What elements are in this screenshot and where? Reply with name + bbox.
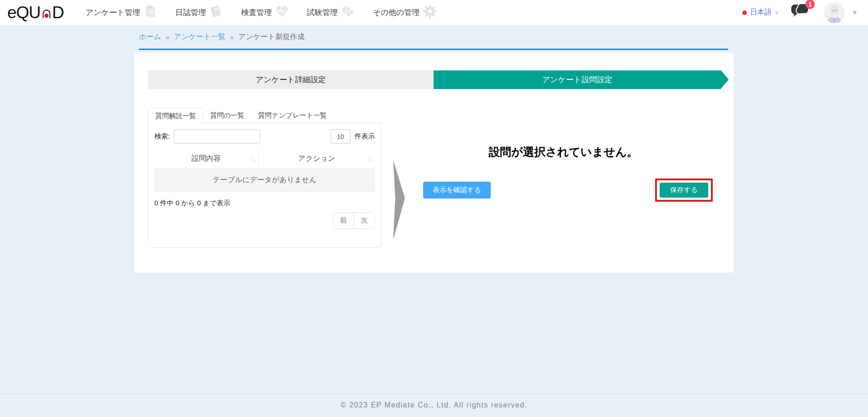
breadcrumb: ホーム » アンケート一覧 » アンケート新規作成 bbox=[139, 32, 304, 42]
notification-badge: 1 bbox=[805, 0, 815, 9]
chat-bubbles-icon bbox=[790, 14, 809, 21]
sort-icon[interactable]: ↑↓ bbox=[251, 155, 254, 162]
tab-question-explanations[interactable]: 質問解説一覧 bbox=[148, 108, 203, 125]
nav-item-survey-management[interactable]: アンケート管理 bbox=[85, 5, 157, 20]
flow-arrow bbox=[393, 160, 405, 240]
nav-label: アンケート管理 bbox=[85, 7, 140, 18]
question-source-tabs: 質問解説一覧 質問の一覧 質問テンプレート一覧 bbox=[148, 108, 334, 124]
heart-pulse-icon bbox=[275, 5, 289, 20]
search-input[interactable] bbox=[174, 129, 260, 144]
nav-label: 検査管理 bbox=[241, 7, 272, 18]
footer: © 2023 EP Mediate Co., Ltd. All rights r… bbox=[0, 394, 868, 417]
search-label: 検索: bbox=[154, 132, 170, 141]
step-tabs: アンケート詳細設定 アンケート設問設定 bbox=[148, 70, 721, 89]
survey-create-card: アンケート詳細設定 アンケート設問設定 質問解説一覧 質問の一覧 質問テンプレー… bbox=[134, 53, 734, 273]
pagination: 前 次 bbox=[154, 212, 375, 229]
pagination-next-button[interactable]: 次 bbox=[354, 213, 375, 228]
save-button[interactable]: 保存する bbox=[660, 183, 708, 198]
page-length-label: 件表示 bbox=[355, 132, 375, 141]
breadcrumb-link-survey-list[interactable]: アンケート一覧 bbox=[174, 32, 226, 42]
gear-icon bbox=[423, 4, 437, 21]
step-tab-survey-questions[interactable]: アンケート設問設定 bbox=[434, 70, 721, 89]
page-length-input[interactable] bbox=[330, 129, 350, 144]
step-tab-survey-detail[interactable]: アンケート詳細設定 bbox=[148, 70, 434, 89]
clipboard-icon bbox=[143, 5, 157, 20]
top-navigation-bar: eQU∩D アンケート管理 日誌管理 検査管理 試験管理 bbox=[0, 0, 868, 25]
column-header-question-content[interactable]: 設問内容 ↑↓ bbox=[154, 149, 258, 169]
japan-flag-icon bbox=[742, 10, 747, 15]
no-question-message: 設問が選択されていません。 bbox=[427, 144, 700, 159]
tab-question-templates[interactable]: 質問テンプレート一覧 bbox=[251, 108, 334, 124]
user-avatar[interactable] bbox=[824, 2, 845, 23]
nav-item-inspection-management[interactable]: 検査管理 bbox=[241, 5, 289, 20]
breadcrumb-bar: ホーム » アンケート一覧 » アンケート新規作成 bbox=[0, 25, 868, 53]
language-label: 日本語 bbox=[750, 8, 772, 17]
preview-button[interactable]: 表示を確認する bbox=[423, 182, 491, 199]
equad-logo[interactable]: eQU∩D bbox=[7, 4, 64, 21]
nav-label: 日誌管理 bbox=[175, 7, 206, 18]
breadcrumb-link-home[interactable]: ホーム bbox=[139, 32, 161, 42]
main-nav: アンケート管理 日誌管理 検査管理 試験管理 その他の管理 bbox=[85, 4, 437, 21]
table-empty-message: テーブルにデータがありません bbox=[154, 169, 375, 192]
notifications-button[interactable]: 1 bbox=[790, 3, 809, 22]
save-button-highlight: 保存する bbox=[655, 179, 713, 202]
table-row: テーブルにデータがありません bbox=[154, 169, 375, 192]
sort-icon[interactable]: ↑↓ bbox=[368, 155, 371, 162]
language-selector[interactable]: 日本語 ∨ bbox=[742, 8, 779, 17]
question-list-panel: 検索: 件表示 設問内容 ↑↓ アクション ↑↓ bbox=[148, 123, 381, 248]
breadcrumb-separator: » bbox=[230, 33, 234, 41]
chevron-down-icon: ∨ bbox=[775, 10, 779, 15]
tab-question-list[interactable]: 質問の一覧 bbox=[203, 108, 251, 124]
pills-icon bbox=[341, 5, 355, 20]
logo-text: eQU bbox=[7, 4, 40, 21]
nav-item-diary-management[interactable]: 日誌管理 bbox=[175, 5, 223, 20]
nav-item-other-management[interactable]: その他の管理 bbox=[373, 4, 437, 21]
copyright-text: © 2023 EP Mediate Co., Ltd. All rights r… bbox=[0, 401, 868, 409]
user-menu-caret-icon[interactable]: ▼ bbox=[851, 9, 858, 16]
book-icon bbox=[209, 5, 223, 20]
table-info: 0 件中 0 から 0 まで表示 bbox=[154, 199, 375, 208]
breadcrumb-separator: » bbox=[166, 33, 169, 41]
breadcrumb-current: アンケート新規作成 bbox=[238, 32, 305, 42]
column-header-action[interactable]: アクション ↑↓ bbox=[258, 149, 375, 169]
nav-label: その他の管理 bbox=[373, 7, 419, 18]
step-arrow-tip bbox=[721, 70, 729, 89]
questions-table: 設問内容 ↑↓ アクション ↑↓ テーブルにデータがありません bbox=[154, 149, 375, 192]
nav-item-trial-management[interactable]: 試験管理 bbox=[307, 5, 355, 20]
breadcrumb-underline bbox=[139, 49, 728, 50]
pagination-prev-button[interactable]: 前 bbox=[333, 213, 354, 228]
nav-label: 試験管理 bbox=[307, 7, 338, 18]
header-right: 日本語 ∨ 1 ▼ bbox=[742, 2, 858, 23]
